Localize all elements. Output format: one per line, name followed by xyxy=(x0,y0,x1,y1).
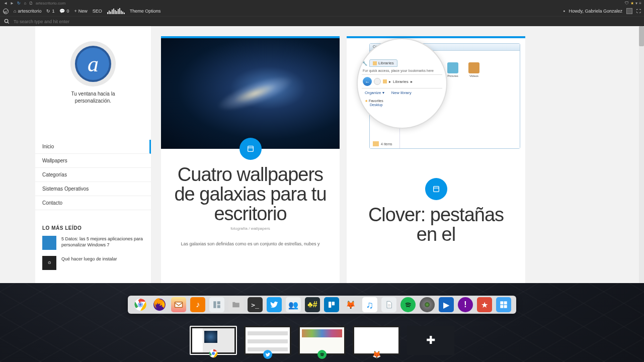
svg-rect-11 xyxy=(217,301,220,304)
url-text[interactable]: artescritorio.com xyxy=(36,1,65,6)
svg-point-20 xyxy=(212,352,215,355)
itunes-icon[interactable]: ♫ xyxy=(362,297,377,312)
organize-menu: Organize ▾ xyxy=(365,90,384,95)
pidgin-icon[interactable]: 👥 xyxy=(286,297,301,312)
post-image-explorer: Computer Music Pictures Videos Computer … xyxy=(347,38,525,189)
new-content[interactable]: +New xyxy=(74,9,87,14)
shield-icon[interactable]: 🛡 xyxy=(625,1,629,6)
home-icon[interactable]: ⌂ xyxy=(23,1,28,6)
task-thumbnail[interactable] xyxy=(298,326,346,355)
content-grid: Cuatro wallpapers de galaxias para tu es… xyxy=(151,26,644,283)
wunderlist-icon[interactable]: ★ xyxy=(477,297,492,312)
svg-rect-15 xyxy=(500,301,503,304)
svg-point-1 xyxy=(5,19,8,22)
howdy-user[interactable]: Howdy, Gabriela Gonzalez xyxy=(569,9,622,14)
chrome-icon[interactable] xyxy=(133,297,148,312)
comments-count[interactable]: 💬0 xyxy=(59,9,69,14)
task-thumbnail[interactable] xyxy=(190,326,237,355)
spotify-icon[interactable] xyxy=(400,297,416,312)
forward-icon[interactable]: ► xyxy=(10,1,15,6)
post-card[interactable]: Computer Music Pictures Videos Computer … xyxy=(347,36,525,283)
logo-letter: a xyxy=(75,46,111,82)
scrollbar[interactable] xyxy=(639,26,644,283)
play-icon[interactable]: ▶ xyxy=(439,297,454,312)
task-badge-twitter-icon xyxy=(263,350,272,359)
task-thumbnail[interactable] xyxy=(244,326,291,355)
browser-tab: Libraries xyxy=(369,59,397,67)
post-type-icon xyxy=(425,178,447,200)
trello-icon[interactable] xyxy=(324,297,339,312)
task-add[interactable]: ✚ xyxy=(407,326,454,355)
popular-thumb xyxy=(42,236,56,250)
home-icon: ⌂ xyxy=(14,9,16,14)
nav-back-icon: ← xyxy=(363,77,372,86)
wp-admin-bar: ⌂artescritorio ↻1 💬0 +New SEO Theme Opti… xyxy=(0,6,644,16)
firefox-icon[interactable] xyxy=(152,297,167,312)
bookmark-star-icon[interactable]: ★ xyxy=(630,1,634,6)
popular-list: 5 Datos: las 5 mejores aplicaciones para… xyxy=(35,236,151,276)
task-badge-chrome-icon xyxy=(209,349,218,358)
svg-rect-2 xyxy=(248,146,253,152)
apps-icon[interactable] xyxy=(496,297,511,312)
task-thumbnail[interactable]: 🦊 xyxy=(353,326,400,355)
gimp-icon[interactable]: 🦊 xyxy=(343,297,358,312)
yahoo-icon[interactable]: ! xyxy=(458,297,473,312)
menu-item-inicio[interactable]: Inicio xyxy=(35,140,151,154)
user-avatar[interactable] xyxy=(626,8,632,14)
logo-block: a Tu ventana hacia la personalización. xyxy=(35,36,151,115)
dropdown-icon[interactable]: ▾ xyxy=(635,1,637,6)
stats-equalizer-icon[interactable] xyxy=(107,8,125,14)
svg-rect-9 xyxy=(175,302,183,308)
seo-menu[interactable]: SEO xyxy=(93,9,102,14)
popular-heading: LO MÁS LEÍDO xyxy=(35,210,151,236)
post-body: Clover: pestañas en el xyxy=(347,200,525,249)
reload-icon[interactable]: ↻ xyxy=(16,1,21,6)
hash-icon[interactable]: ♣# xyxy=(305,297,320,312)
files-icon[interactable] xyxy=(228,297,244,312)
svg-rect-10 xyxy=(213,301,216,308)
mail-icon[interactable] xyxy=(171,297,186,312)
site-logo[interactable]: a xyxy=(70,41,116,86)
sidebar: a Tu ventana hacia la personalización. I… xyxy=(35,26,151,283)
popular-item[interactable]: 5 Datos: las 5 mejores aplicaciones para… xyxy=(42,236,144,250)
back-icon[interactable]: ◄ xyxy=(3,1,8,6)
refresh-icon: ↻ xyxy=(46,9,50,14)
bookmark-hint: For quick access, place your bookmarks h… xyxy=(362,67,442,75)
browser-menu-icon[interactable]: ≡ xyxy=(639,1,641,6)
theme-options[interactable]: Theme Options xyxy=(130,9,161,14)
post-image-galaxy xyxy=(161,38,340,149)
wp-logo-icon[interactable] xyxy=(3,9,9,14)
nav-forward-icon xyxy=(374,78,381,85)
notification-icon[interactable]: ▪ xyxy=(563,9,565,14)
menu-item-categorias[interactable]: Categorías xyxy=(35,168,151,182)
refresh-count[interactable]: ↻1 xyxy=(46,9,54,14)
music-icon[interactable]: ♪ xyxy=(190,297,205,312)
menu-item-so[interactable]: Sistemas Operativos xyxy=(35,182,151,196)
post-card[interactable]: Cuatro wallpapers de galaxias para tu es… xyxy=(161,36,340,283)
site-name: artescritorio xyxy=(18,9,41,14)
task-badge-gimp-icon: 🦊 xyxy=(372,350,381,359)
menu-item-contacto[interactable]: Contacto xyxy=(35,196,151,210)
site-search-bar xyxy=(0,16,644,26)
screen-toggle-icon[interactable]: ⛶ xyxy=(636,9,641,14)
search-input[interactable] xyxy=(14,19,165,24)
browser-toolbar: ◄ ► ↻ ⌂ 🗋 artescritorio.com 🛡 ★ ▾ ≡ xyxy=(0,0,644,6)
page-body: a Tu ventana hacia la personalización. I… xyxy=(0,26,644,283)
popular-item[interactable]: ⊙ Qué hacer luego de instalar xyxy=(42,256,144,270)
svg-rect-18 xyxy=(504,305,507,308)
site-home[interactable]: ⌂artescritorio xyxy=(14,9,41,14)
tiles-icon[interactable] xyxy=(209,297,224,312)
menu-item-wallpapers[interactable]: Wallpapers xyxy=(35,154,151,168)
site-tagline: Tu ventana hacia la personalización. xyxy=(71,90,115,105)
popular-title: Qué hacer luego de instalar xyxy=(61,256,117,270)
doc-icon[interactable] xyxy=(381,297,396,312)
svg-rect-13 xyxy=(329,302,331,308)
popular-title: 5 Datos: las 5 mejores aplicaciones para… xyxy=(61,236,144,250)
new-library: New library xyxy=(391,90,412,95)
scrollbar-thumb[interactable] xyxy=(639,26,644,46)
camera-icon[interactable] xyxy=(420,297,435,312)
terminal-icon[interactable]: >_ xyxy=(248,297,263,312)
twitter-icon[interactable] xyxy=(267,297,282,312)
page-icon: 🗋 xyxy=(29,1,34,6)
main-menu: Inicio Wallpapers Categorías Sistemas Op… xyxy=(35,140,151,210)
